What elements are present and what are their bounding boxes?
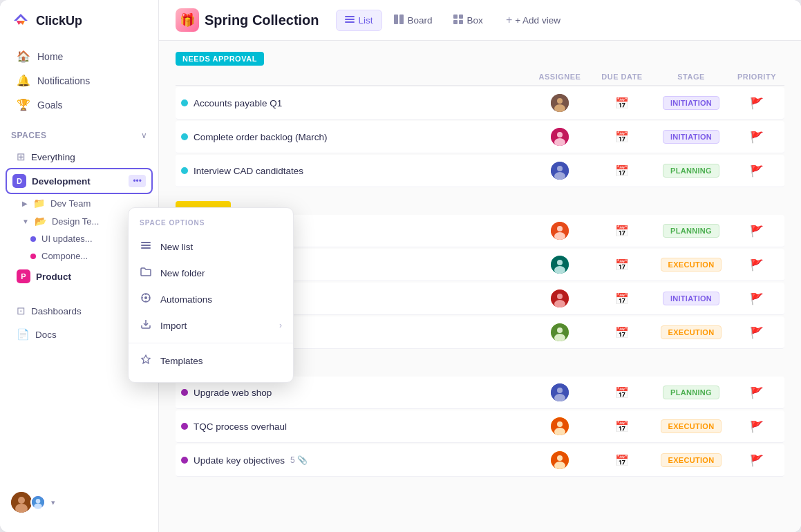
- date-cell: 📅: [591, 326, 653, 339]
- import-icon: [140, 319, 152, 332]
- column-headers: ASSIGNEE DUE DATE STAGE PRIORITY: [176, 68, 784, 86]
- svg-marker-0: [14, 14, 28, 21]
- home-label: Home: [37, 51, 63, 62]
- menu-item-import[interactable]: Import ›: [129, 312, 293, 339]
- priority-cell: 🚩: [729, 164, 784, 178]
- svg-rect-48: [141, 245, 151, 246]
- sidebar-item-home[interactable]: 🏠 Home: [6, 44, 153, 68]
- home-icon: 🏠: [17, 50, 30, 63]
- calendar-icon: 📅: [615, 292, 629, 305]
- stage-cell: INITIATION: [653, 130, 729, 144]
- svg-rect-9: [345, 19, 355, 20]
- add-view-label: + Add view: [515, 15, 560, 26]
- task-name: Complete order backlog (March): [194, 132, 328, 142]
- assignee-avatar: [551, 222, 569, 240]
- svg-point-39: [557, 388, 563, 393]
- main-header: 🎁 Spring Collection List: [159, 0, 801, 41]
- context-menu-title: SPACE OPTIONS: [129, 216, 293, 234]
- assignee-cell: [529, 128, 591, 146]
- task-name: Upgrade web shop: [194, 388, 272, 398]
- design-team-label: Design Te...: [52, 216, 99, 227]
- stage-cell: EXECUTION: [653, 453, 729, 467]
- svg-rect-14: [459, 15, 463, 19]
- goals-icon: 🏆: [17, 98, 30, 111]
- task-name: Update key objectives: [194, 455, 285, 466]
- svg-rect-12: [399, 15, 404, 24]
- table-row[interactable]: Update key objectives 5 📎 📅 EXECUTION 🚩: [176, 444, 784, 477]
- stage-badge: EXECUTION: [661, 258, 722, 272]
- stage-badge: INITIATION: [663, 96, 719, 110]
- flag-icon: 🚩: [750, 420, 764, 433]
- task-name: TQC process overhaul: [194, 421, 287, 432]
- table-row[interactable]: TQC process overhaul 📅 EXECUTION 🚩: [176, 410, 784, 443]
- calendar-icon: 📅: [615, 420, 629, 433]
- svg-point-45: [557, 455, 563, 461]
- automations-icon: [140, 292, 152, 306]
- tab-box[interactable]: Box: [444, 10, 492, 31]
- needs-approval-badge: NEEDS APPROVAL: [176, 52, 264, 66]
- sidebar-item-development[interactable]: D Development •••: [6, 168, 153, 194]
- assignee-avatar: [551, 417, 569, 435]
- task-name: Accounts payable Q1: [194, 98, 282, 108]
- menu-item-new-list[interactable]: New list: [129, 234, 293, 260]
- svg-rect-8: [345, 16, 355, 17]
- assignee-cell: [529, 222, 591, 240]
- menu-item-templates[interactable]: Templates: [129, 348, 293, 374]
- task-status-dot: [181, 423, 188, 430]
- secondary-avatar: [30, 495, 46, 510]
- assignee-avatar: [551, 94, 569, 112]
- user-avatar-img: [11, 492, 32, 513]
- user-avatar: [11, 492, 32, 513]
- user-avatar-area[interactable]: ▾: [0, 484, 158, 521]
- svg-rect-11: [394, 15, 398, 24]
- priority-cell: 🚩: [729, 131, 784, 144]
- table-row[interactable]: Interview CAD candidtates 📅 PLANNING 🚩: [176, 155, 784, 187]
- svg-marker-56: [142, 355, 150, 363]
- stage-col-header: STAGE: [653, 73, 729, 81]
- flag-icon: 🚩: [750, 386, 764, 399]
- task-name-cell: Upgrade web shop: [176, 388, 529, 398]
- table-row[interactable]: Accounts payable Q1 📅 INITIATION 🚩: [176, 87, 784, 120]
- sidebar-item-notifications[interactable]: 🔔 Notifications: [6, 68, 153, 93]
- flag-icon: 🚩: [750, 164, 764, 178]
- task-name-cell: Complete order backlog (March): [176, 132, 529, 142]
- stage-cell: EXECUTION: [653, 419, 729, 433]
- priority-cell: 🚩: [729, 225, 784, 238]
- add-view-icon: +: [506, 14, 512, 26]
- list-tab-label: List: [359, 15, 373, 26]
- menu-item-automations[interactable]: Automations: [129, 286, 293, 312]
- sidebar-item-everything[interactable]: ⊞ Everything: [6, 146, 153, 168]
- flag-icon: 🚩: [750, 131, 764, 144]
- calendar-icon: 📅: [615, 386, 629, 399]
- task-status-dot: [181, 389, 188, 396]
- svg-marker-1: [17, 21, 25, 25]
- app-container: ClickUp 🏠 Home 🔔 Notifications 🏆 Goals S…: [0, 0, 801, 532]
- folder-open-icon: 📂: [35, 216, 46, 227]
- new-list-label: New list: [160, 242, 193, 252]
- assignee-cell: [529, 383, 591, 401]
- spaces-chevron-icon[interactable]: ∨: [141, 131, 147, 140]
- svg-rect-47: [141, 242, 151, 243]
- assignee-avatar: [551, 383, 569, 401]
- board-tab-label: Board: [408, 15, 433, 26]
- tab-list[interactable]: List: [336, 10, 382, 31]
- add-view-button[interactable]: + + Add view: [498, 10, 569, 30]
- calendar-icon: 📅: [615, 326, 629, 339]
- date-cell: 📅: [591, 420, 653, 433]
- development-more-button[interactable]: •••: [129, 175, 146, 187]
- task-name-cell: Accounts payable Q1: [176, 98, 529, 108]
- svg-rect-49: [141, 247, 151, 249]
- priority-col-header: PRIORITY: [729, 73, 784, 81]
- tab-board[interactable]: Board: [385, 10, 442, 31]
- menu-item-new-folder[interactable]: New folder: [129, 260, 293, 286]
- box-tab-icon: [453, 15, 463, 26]
- context-menu[interactable]: SPACE OPTIONS New list: [128, 207, 294, 383]
- page-title: Spring Collection: [205, 12, 319, 28]
- view-tabs: List Board: [336, 10, 492, 31]
- sidebar-item-goals[interactable]: 🏆 Goals: [6, 93, 153, 117]
- dashboards-label: Dashboards: [31, 306, 82, 316]
- stage-cell: EXECUTION: [653, 325, 729, 339]
- task-status-dot: [181, 457, 188, 464]
- table-row[interactable]: Complete order backlog (March) 📅 INITIAT…: [176, 121, 784, 153]
- chevron-down-icon: ▾: [51, 498, 55, 507]
